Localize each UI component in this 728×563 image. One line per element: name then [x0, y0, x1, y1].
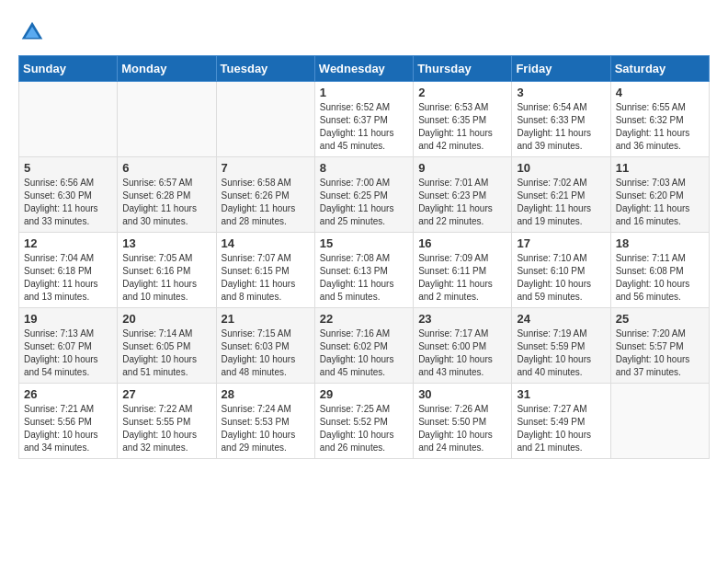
day-number: 18: [616, 236, 704, 250]
column-header-sunday: Sunday: [19, 56, 118, 82]
day-number: 30: [418, 387, 506, 401]
day-number: 24: [517, 312, 605, 326]
calendar-cell: 17Sunrise: 7:10 AM Sunset: 6:10 PM Dayli…: [512, 233, 610, 308]
day-number: 15: [320, 236, 408, 250]
calendar-cell: 1Sunrise: 6:52 AM Sunset: 6:37 PM Daylig…: [314, 82, 413, 157]
day-number: 12: [24, 236, 112, 250]
day-number: 26: [24, 387, 112, 401]
day-info: Sunrise: 7:02 AM Sunset: 6:21 PM Dayligh…: [517, 177, 605, 228]
calendar-cell: 27Sunrise: 7:22 AM Sunset: 5:55 PM Dayli…: [118, 384, 216, 459]
day-number: 31: [517, 387, 605, 401]
column-header-monday: Monday: [118, 56, 216, 82]
calendar-cell: 22Sunrise: 7:16 AM Sunset: 6:02 PM Dayli…: [314, 308, 413, 384]
logo: [18, 18, 50, 46]
calendar-cell: 23Sunrise: 7:17 AM Sunset: 6:00 PM Dayli…: [414, 308, 512, 384]
calendar-cell: 30Sunrise: 7:26 AM Sunset: 5:50 PM Dayli…: [414, 384, 512, 459]
day-info: Sunrise: 7:05 AM Sunset: 6:16 PM Dayligh…: [122, 252, 210, 304]
day-info: Sunrise: 7:22 AM Sunset: 5:55 PM Dayligh…: [122, 403, 210, 454]
day-number: 8: [320, 161, 408, 175]
calendar-cell: 19Sunrise: 7:13 AM Sunset: 6:07 PM Dayli…: [19, 308, 118, 384]
calendar-header-row: SundayMondayTuesdayWednesdayThursdayFrid…: [19, 56, 710, 82]
day-info: Sunrise: 7:26 AM Sunset: 5:50 PM Dayligh…: [418, 403, 506, 454]
day-number: 21: [222, 312, 310, 326]
day-number: 27: [122, 387, 210, 401]
day-number: 16: [418, 236, 506, 250]
column-header-wednesday: Wednesday: [314, 56, 413, 82]
column-header-tuesday: Tuesday: [216, 56, 314, 82]
day-info: Sunrise: 6:56 AM Sunset: 6:30 PM Dayligh…: [24, 177, 112, 228]
calendar-cell: 10Sunrise: 7:02 AM Sunset: 6:21 PM Dayli…: [512, 157, 610, 233]
day-info: Sunrise: 7:08 AM Sunset: 6:13 PM Dayligh…: [320, 252, 408, 304]
day-info: Sunrise: 7:03 AM Sunset: 6:20 PM Dayligh…: [616, 177, 704, 228]
day-info: Sunrise: 7:01 AM Sunset: 6:23 PM Dayligh…: [418, 177, 506, 228]
calendar-cell: 7Sunrise: 6:58 AM Sunset: 6:26 PM Daylig…: [216, 157, 314, 233]
day-number: 7: [222, 161, 310, 175]
day-info: Sunrise: 7:11 AM Sunset: 6:08 PM Dayligh…: [616, 252, 704, 304]
calendar-cell: 15Sunrise: 7:08 AM Sunset: 6:13 PM Dayli…: [314, 233, 413, 308]
calendar-cell: 28Sunrise: 7:24 AM Sunset: 5:53 PM Dayli…: [216, 384, 314, 459]
day-number: 3: [517, 86, 605, 99]
day-info: Sunrise: 7:19 AM Sunset: 5:59 PM Dayligh…: [517, 327, 605, 379]
day-info: Sunrise: 7:17 AM Sunset: 6:00 PM Dayligh…: [418, 327, 506, 379]
day-number: 17: [517, 236, 605, 250]
day-info: Sunrise: 7:16 AM Sunset: 6:02 PM Dayligh…: [320, 327, 408, 379]
calendar-week-1: 1Sunrise: 6:52 AM Sunset: 6:37 PM Daylig…: [19, 82, 710, 157]
calendar-week-3: 12Sunrise: 7:04 AM Sunset: 6:18 PM Dayli…: [19, 233, 710, 308]
calendar-cell: 12Sunrise: 7:04 AM Sunset: 6:18 PM Dayli…: [19, 233, 118, 308]
day-number: 6: [122, 161, 210, 175]
calendar-cell: 3Sunrise: 6:54 AM Sunset: 6:33 PM Daylig…: [512, 82, 610, 157]
calendar-cell: [610, 384, 709, 459]
calendar-cell: 18Sunrise: 7:11 AM Sunset: 6:08 PM Dayli…: [610, 233, 709, 308]
day-number: 14: [222, 236, 310, 250]
day-info: Sunrise: 7:10 AM Sunset: 6:10 PM Dayligh…: [517, 252, 605, 304]
day-number: 22: [320, 312, 408, 326]
calendar-cell: 29Sunrise: 7:25 AM Sunset: 5:52 PM Dayli…: [314, 384, 413, 459]
day-number: 11: [616, 161, 704, 175]
day-info: Sunrise: 6:53 AM Sunset: 6:35 PM Dayligh…: [418, 101, 506, 153]
day-info: Sunrise: 7:09 AM Sunset: 6:11 PM Dayligh…: [418, 252, 506, 304]
column-header-thursday: Thursday: [414, 56, 512, 82]
day-info: Sunrise: 7:24 AM Sunset: 5:53 PM Dayligh…: [222, 403, 310, 454]
day-number: 29: [320, 387, 408, 401]
day-info: Sunrise: 7:15 AM Sunset: 6:03 PM Dayligh…: [222, 327, 310, 379]
day-number: 13: [122, 236, 210, 250]
day-info: Sunrise: 6:52 AM Sunset: 6:37 PM Dayligh…: [320, 101, 408, 153]
calendar-cell: 13Sunrise: 7:05 AM Sunset: 6:16 PM Dayli…: [118, 233, 216, 308]
calendar-cell: 14Sunrise: 7:07 AM Sunset: 6:15 PM Dayli…: [216, 233, 314, 308]
day-number: 25: [616, 312, 704, 326]
day-info: Sunrise: 7:13 AM Sunset: 6:07 PM Dayligh…: [24, 327, 112, 379]
day-info: Sunrise: 6:54 AM Sunset: 6:33 PM Dayligh…: [517, 101, 605, 153]
day-info: Sunrise: 7:20 AM Sunset: 5:57 PM Dayligh…: [616, 327, 704, 379]
day-info: Sunrise: 6:58 AM Sunset: 6:26 PM Dayligh…: [222, 177, 310, 228]
calendar-cell: 5Sunrise: 6:56 AM Sunset: 6:30 PM Daylig…: [19, 157, 118, 233]
column-header-friday: Friday: [512, 56, 610, 82]
day-info: Sunrise: 7:04 AM Sunset: 6:18 PM Dayligh…: [24, 252, 112, 304]
calendar-week-4: 19Sunrise: 7:13 AM Sunset: 6:07 PM Dayli…: [19, 308, 710, 384]
day-info: Sunrise: 6:55 AM Sunset: 6:32 PM Dayligh…: [616, 101, 704, 153]
day-number: 2: [418, 86, 506, 99]
day-number: 19: [24, 312, 112, 326]
day-number: 5: [24, 161, 112, 175]
day-number: 23: [418, 312, 506, 326]
calendar-cell: 21Sunrise: 7:15 AM Sunset: 6:03 PM Dayli…: [216, 308, 314, 384]
calendar-cell: 2Sunrise: 6:53 AM Sunset: 6:35 PM Daylig…: [414, 82, 512, 157]
day-info: Sunrise: 7:27 AM Sunset: 5:49 PM Dayligh…: [517, 403, 605, 454]
day-number: 4: [616, 86, 704, 99]
calendar-cell: 26Sunrise: 7:21 AM Sunset: 5:56 PM Dayli…: [19, 384, 118, 459]
calendar-cell: [216, 82, 314, 157]
calendar-week-5: 26Sunrise: 7:21 AM Sunset: 5:56 PM Dayli…: [19, 384, 710, 459]
page-header: [18, 18, 710, 46]
calendar-cell: 8Sunrise: 7:00 AM Sunset: 6:25 PM Daylig…: [314, 157, 413, 233]
calendar-cell: 24Sunrise: 7:19 AM Sunset: 5:59 PM Dayli…: [512, 308, 610, 384]
day-number: 10: [517, 161, 605, 175]
day-info: Sunrise: 7:21 AM Sunset: 5:56 PM Dayligh…: [24, 403, 112, 454]
calendar-cell: 25Sunrise: 7:20 AM Sunset: 5:57 PM Dayli…: [610, 308, 709, 384]
day-number: 1: [320, 86, 408, 99]
calendar-cell: [118, 82, 216, 157]
calendar-cell: 4Sunrise: 6:55 AM Sunset: 6:32 PM Daylig…: [610, 82, 709, 157]
day-info: Sunrise: 7:14 AM Sunset: 6:05 PM Dayligh…: [122, 327, 210, 379]
calendar-cell: [19, 82, 118, 157]
day-info: Sunrise: 6:57 AM Sunset: 6:28 PM Dayligh…: [122, 177, 210, 228]
calendar-cell: 9Sunrise: 7:01 AM Sunset: 6:23 PM Daylig…: [414, 157, 512, 233]
calendar-cell: 20Sunrise: 7:14 AM Sunset: 6:05 PM Dayli…: [118, 308, 216, 384]
